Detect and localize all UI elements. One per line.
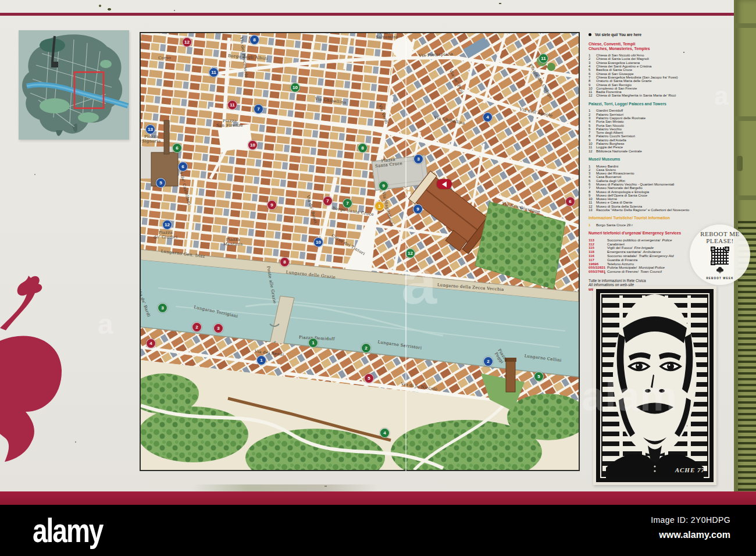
tourist-info-heading: Informazioni Turistiche/ Tourist Informa… — [589, 216, 733, 220]
marker-number: 1 — [260, 358, 262, 363]
qr-code-icon — [711, 247, 729, 265]
alamy-url: www.alamy.com — [651, 530, 730, 540]
you-are-here-label: Voi siete qui/ You are here — [595, 33, 641, 37]
map-marker: 4 — [380, 428, 390, 438]
map-marker: 5 — [156, 178, 166, 188]
marker-number: 4 — [383, 431, 386, 436]
marker-number: 4 — [486, 115, 488, 120]
marker-number: 1 — [312, 341, 314, 345]
marker-number: 9 — [382, 184, 384, 188]
map-marker: 2 — [483, 357, 493, 366]
sign-bottom-red-band — [0, 491, 756, 505]
marker-number: 10 — [250, 143, 255, 148]
sticker-text: REBOOT ME — [690, 230, 750, 237]
map-marker: 1 — [256, 355, 266, 365]
map-marker: 2 — [192, 322, 202, 332]
marker-number: 10 — [316, 240, 321, 245]
marker-number: 7 — [257, 107, 259, 112]
stencil-face-art — [597, 293, 713, 482]
sign-top-red-line — [0, 13, 734, 16]
map-marker: 11 — [539, 54, 548, 63]
map-marker: 4 — [483, 112, 493, 122]
shutter-hinge — [737, 156, 743, 171]
photo-scratch — [405, 35, 406, 471]
tree-icon — [716, 266, 724, 275]
fleur-de-lis — [0, 272, 79, 470]
inset-map-art — [19, 30, 129, 140]
museums-heading: Musei/ Museums — [589, 157, 733, 162]
watermark-bar: alamy Image ID: 2Y0HDPG www.alamy.com — [0, 505, 756, 556]
marker-number: 2 — [487, 359, 489, 364]
marker-number: 11 — [211, 70, 216, 75]
marker-number: 11 — [230, 103, 234, 108]
map-marker: 11 — [209, 67, 219, 77]
map-marker: 13 — [145, 124, 155, 134]
map-marker: 7 — [254, 104, 263, 114]
you-are-here-marker — [437, 179, 452, 189]
map-marker: 7 — [343, 198, 352, 208]
marker-number: 5 — [368, 376, 370, 381]
marker-number: 6 — [181, 165, 184, 169]
churches-list: 1Chiesa di San Niccolò oltr'Arno2Chiesa … — [589, 54, 733, 98]
marker-number: 7 — [326, 199, 329, 204]
map-marker: 9 — [413, 204, 423, 214]
map-marker: 6 — [172, 143, 182, 153]
marker-number: 12 — [408, 251, 413, 256]
map-marker: 12 — [162, 220, 172, 230]
map-marker: 2 — [361, 343, 371, 353]
map-marker: 10 — [313, 237, 323, 247]
marker-number: 3 — [417, 157, 419, 162]
map-marker: 9 — [267, 200, 277, 210]
map-marker: 3 — [213, 323, 223, 333]
reboot-week-label: REBOOT WEEK — [690, 277, 750, 280]
map-marker: 11 — [227, 100, 237, 110]
map-marker: 1 — [375, 201, 384, 211]
marker-number: 6 — [176, 146, 178, 151]
stencil-poster: ACHE 77 — [593, 286, 716, 485]
palaces-list: 1Giardini Demidoff2Palazzo Serristori3Pa… — [589, 109, 733, 153]
marker-number: 7 — [346, 201, 348, 206]
shutter-rail — [736, 116, 756, 121]
reboot-sticker: REBOOT ME PLEASE! REBOOT WEEK — [690, 224, 750, 285]
map-marker: 5 — [364, 373, 374, 383]
map-marker: 10 — [290, 83, 300, 92]
marker-number: 5 — [537, 375, 540, 379]
stencil-poster-frame: ACHE 77 — [596, 289, 714, 482]
sticker-text: PLEASE! — [690, 237, 750, 244]
artist-signature: ACHE 77 — [675, 466, 705, 473]
marker-number: 8 — [361, 146, 363, 151]
map-marker: 3 — [413, 154, 423, 164]
map-marker: 12 — [405, 248, 415, 258]
marker-number: 4 — [149, 341, 152, 346]
marker-number: 10 — [293, 85, 298, 90]
marker-number: 1 — [378, 204, 380, 209]
marker-number: 11 — [541, 56, 545, 61]
map-marker: 5 — [534, 372, 544, 382]
you-are-here-line: Voi siete qui/ You are here — [589, 33, 733, 37]
marker-number: 13 — [148, 127, 153, 132]
main-map-panel: CorsoVia del ProconsoloBorgo degli Albiz… — [140, 32, 580, 471]
marker-number: 8 — [253, 38, 255, 42]
marker-number: 6 — [569, 199, 571, 204]
list-item: 12Chiesa di Santa Margherita in Santa Ma… — [589, 94, 733, 97]
museums-list: 1Museo Bardini2Casa Siviero3Museo del Ri… — [589, 165, 733, 212]
shutter-rail — [736, 195, 756, 200]
marker-number: 8 — [283, 260, 286, 265]
map-marker: 3 — [158, 303, 167, 313]
marker-number: 5 — [159, 181, 162, 186]
map-marker: 8 — [280, 257, 290, 267]
map-marker: 12 — [182, 37, 192, 47]
image-id: Image ID: 2Y0HDPG — [651, 515, 730, 525]
map-marker: 6 — [565, 197, 575, 206]
churches-heading: Chiese, Conventi, Templi Churches, Monas… — [589, 42, 733, 51]
you-are-here-dot-icon — [589, 33, 591, 36]
marker-number: 2 — [365, 346, 367, 351]
map-marker: 1 — [308, 338, 318, 348]
marker-number: 9 — [416, 207, 419, 212]
list-item: 13Raccolta "Alberto Della Ragione" e Col… — [589, 208, 733, 212]
marker-number: 9 — [270, 203, 273, 208]
alamy-logo: alamy — [33, 509, 102, 553]
map-markers-layer: 1281111107114136810365979761912101283234… — [141, 33, 579, 470]
map-marker: 8 — [249, 35, 259, 45]
photo-of-florence-map-sign: CorsoVia del ProconsoloBorgo degli Albiz… — [0, 0, 756, 556]
